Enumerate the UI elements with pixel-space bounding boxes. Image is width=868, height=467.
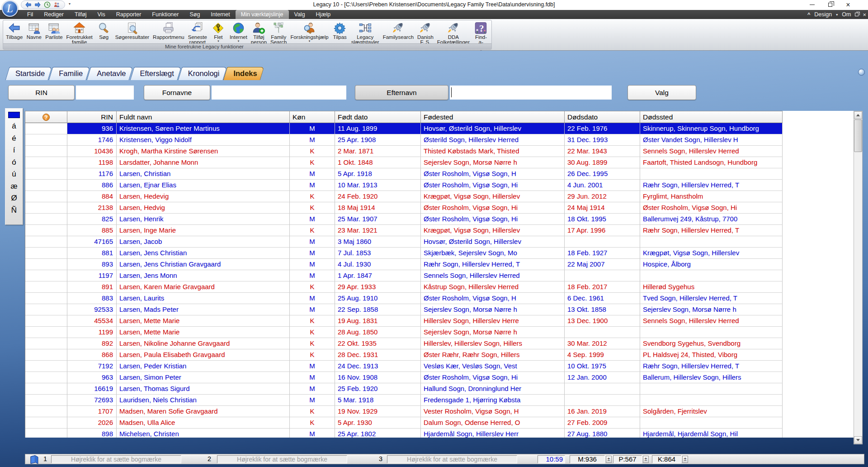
cell-name[interactable]: Larsen, Hedvig	[117, 202, 290, 214]
table-row[interactable]: 936Kristensen, Søren Peter MartinusM11 A…	[25, 123, 782, 134]
char-button-Ñ[interactable]: Ñ	[5, 205, 23, 217]
cell-name[interactable]: Larsen, Mads Peter	[117, 304, 290, 315]
cell-rin[interactable]: 884	[67, 191, 117, 202]
cell-bookmark[interactable]	[25, 259, 67, 270]
cell-deathplace[interactable]: Sennels Sogn, Hillerslev Herred	[640, 146, 783, 157]
cell-rin[interactable]: 892	[67, 338, 117, 349]
cell-bookmark[interactable]	[25, 406, 67, 417]
close-document-icon[interactable]: ×	[863, 12, 866, 18]
cell-deathplace[interactable]: Skinnerup, Skinnerup Sogn, Hundborg	[640, 123, 783, 134]
cell-deathplace[interactable]	[640, 417, 783, 429]
cell-sex[interactable]: K	[290, 202, 335, 214]
cell-bookmark[interactable]	[25, 293, 67, 304]
cell-bookmark[interactable]	[25, 248, 67, 259]
cell-birthplace[interactable]: Krægpøt, Vigsø Sogn, Hillerslev	[421, 225, 565, 236]
cell-died[interactable]: 17 Apr. 1996	[565, 225, 640, 236]
cell-deathplace[interactable]: Krægpøt, Vigsø Sogn, Hillerslev	[640, 248, 783, 259]
column-header-d-dssted[interactable]: Dødssted	[640, 111, 783, 123]
cell-birthplace[interactable]: Dalum Sogn, Odense Herred, O	[421, 417, 565, 429]
table-row[interactable]: 893Larsen, Jens Christian GravgaardM4 Ju…	[25, 259, 782, 270]
cell-bookmark[interactable]	[25, 304, 67, 315]
cell-rin[interactable]: 881	[67, 248, 117, 259]
cell-name[interactable]: Larsen, Paula Elisabeth Gravgaard	[117, 349, 290, 361]
cell-rin[interactable]: 1707	[67, 406, 117, 417]
char-button-á[interactable]: á	[5, 120, 23, 133]
toolbar-dda-folket-llinger[interactable]: DDA Folketællinger	[435, 22, 472, 45]
cell-deathplace[interactable]: Tved Sogn, Hillerslev Herred, T	[640, 293, 783, 304]
cell-sex[interactable]: M	[290, 372, 335, 383]
cell-rin[interactable]: 45534	[67, 315, 117, 327]
cell-born[interactable]: 5 Apr. 1918	[335, 168, 421, 180]
cell-bookmark[interactable]	[25, 395, 67, 406]
cell-died[interactable]: 13 Dec. 1900	[565, 315, 640, 327]
toolbar-familysearch[interactable]: Familysearch	[381, 22, 415, 40]
cell-rin[interactable]: 2026	[67, 417, 117, 429]
maximize-button[interactable]	[821, 0, 839, 10]
table-row[interactable]: 825Larsen, HenrikM25 Mar. 1907Øster Rosh…	[25, 214, 782, 225]
cell-died[interactable]: 18 Feb. 2017	[565, 281, 640, 293]
column-header-bookmark[interactable]: ?	[25, 111, 67, 123]
menu-item-funktioner[interactable]: Funktioner	[146, 10, 184, 19]
cell-sex[interactable]: M	[290, 134, 335, 146]
column-header-rin[interactable]: RIN	[67, 111, 117, 123]
cell-died[interactable]: 16 Jan. 2019	[565, 406, 640, 417]
fornavne-button[interactable]: Fornavne	[144, 85, 210, 100]
menu-item-rapporter[interactable]: Rapporter	[111, 10, 147, 19]
cell-born[interactable]: 19 Nov. 1929	[335, 406, 421, 417]
cell-born[interactable]: 5 Mar. 1918	[335, 395, 421, 406]
menu-item-hj-lp[interactable]: Hjælp	[311, 10, 336, 19]
cell-name[interactable]: Larsen, Hedevig	[117, 191, 290, 202]
table-row[interactable]: 1707Madsen, Maren Sofie GravgaardK19 Nov…	[25, 406, 782, 417]
efternavn-button[interactable]: Efternavn	[355, 85, 448, 100]
cell-bookmark[interactable]	[25, 270, 67, 281]
cell-bookmark[interactable]	[25, 327, 67, 338]
cell-name[interactable]: Larsen, Laurits	[117, 293, 290, 304]
cell-bookmark[interactable]	[25, 315, 67, 327]
cell-born[interactable]: 23 Mar. 1921	[335, 225, 421, 236]
design-chevron-down-icon[interactable]: ▾	[836, 13, 838, 17]
cell-birthplace[interactable]: Øster Rosholm, Vigsø Sogn, H	[421, 168, 565, 180]
cell-died[interactable]: 22 Maj 2007	[565, 259, 640, 270]
cell-birthplace[interactable]: Krægpøt, Vigsø Sogn, Hillerslev	[421, 191, 565, 202]
cell-birthplace[interactable]: Sejerslev Sogn, Morsø Nørre h	[421, 327, 565, 338]
table-row[interactable]: 898Michelsen, ChristenM25 Apr. 1802Hjard…	[25, 429, 782, 438]
table-row[interactable]: 72693Lauridsen, Niels ChristianM5 Mar. 1…	[25, 395, 782, 406]
cell-rin[interactable]: 16619	[67, 383, 117, 395]
table-row[interactable]: 1746Kristensen, Viggo NidolfM25 Apr. 190…	[25, 134, 782, 146]
help-circle-icon[interactable]	[858, 69, 865, 76]
menu-item-vis[interactable]: Vis	[92, 10, 111, 19]
cell-birthplace[interactable]: Øster Rosholm, Vigsø Sogn, H	[421, 293, 565, 304]
tab-kronologi[interactable]: Kronologi	[180, 67, 225, 80]
cell-sex[interactable]: K	[290, 191, 335, 202]
cell-born[interactable]: 24 Feb. 1920	[335, 191, 421, 202]
toolbar-legacy-sl-gtstavler[interactable]: Legacy slægtstavler	[349, 22, 381, 45]
cell-born[interactable]: 24 Dec. 1913	[335, 361, 421, 372]
table-row[interactable]: 883Larsen, LauritsM25 Aug. 1910Øster Ros…	[25, 293, 782, 304]
cell-deathplace[interactable]: Svendborg Sygehus, Svendborg	[640, 338, 783, 349]
cell-birthplace[interactable]: Sejerslev Sogn, Morsø Nørre h	[421, 157, 565, 168]
cell-name[interactable]: Larsen, Mette Marie	[117, 315, 290, 327]
cell-born[interactable]: 7 Jul. 1853	[335, 248, 421, 259]
spinner-plus-minus-button[interactable]: ±	[682, 456, 688, 463]
cell-born[interactable]: 25 Apr. 1802	[335, 429, 421, 438]
cell-sex[interactable]: M	[290, 123, 335, 134]
cell-rin[interactable]: 1197	[67, 270, 117, 281]
spinner-plus-minus-button[interactable]: ±	[643, 456, 649, 463]
cell-deathplace[interactable]: Ræhr Sogn, Hillerslev Herred, T	[640, 225, 783, 236]
cell-rin[interactable]: 10436	[67, 146, 117, 157]
vertical-scrollbar[interactable]	[854, 111, 863, 444]
cell-died[interactable]: 24 Maj 1914	[565, 202, 640, 214]
cell-died[interactable]	[565, 236, 640, 248]
column-header-d-dsdato[interactable]: Dødsdato	[565, 111, 640, 123]
cell-rin[interactable]: 886	[67, 180, 117, 191]
cell-birthplace[interactable]: Hjardemål Sogn, Hillerslev Herr	[421, 429, 565, 438]
cell-rin[interactable]: 891	[67, 281, 117, 293]
cell-died[interactable]: 31 Dec. 1993	[565, 134, 640, 146]
cell-deathplace[interactable]: Øster Rosholm, Vigsø Sogn, Hi	[640, 202, 783, 214]
char-button-é[interactable]: é	[5, 133, 23, 145]
cell-deathplace[interactable]: Fyrglimt, Hanstholm	[640, 191, 783, 202]
cell-deathplace[interactable]	[640, 395, 783, 406]
cell-deathplace[interactable]	[640, 327, 783, 338]
bookmark-slot-3[interactable]: Højreklik for at sætte bogmærke	[387, 455, 517, 463]
cell-died[interactable]: 4 Jun. 2001	[565, 180, 640, 191]
